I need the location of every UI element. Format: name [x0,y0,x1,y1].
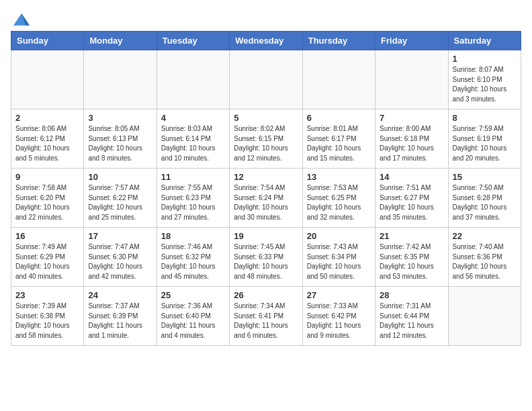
day-info: Sunrise: 7:55 AM Sunset: 6:23 PM Dayligh… [161,183,225,222]
day-number: 7 [380,113,443,123]
day-info: Sunrise: 7:39 AM Sunset: 6:38 PM Dayligh… [15,302,79,340]
calendar-day-cell [302,50,375,109]
weekday-header: Wednesday [230,32,302,50]
day-number: 23 [15,290,79,300]
day-number: 5 [234,113,298,123]
day-info: Sunrise: 8:02 AM Sunset: 6:15 PM Dayligh… [234,124,298,163]
calendar-day-cell: 23Sunrise: 7:39 AM Sunset: 6:38 PM Dayli… [11,287,84,346]
day-info: Sunrise: 8:05 AM Sunset: 6:13 PM Dayligh… [88,124,152,163]
day-info: Sunrise: 7:31 AM Sunset: 6:44 PM Dayligh… [380,302,443,340]
calendar-day-cell: 19Sunrise: 7:45 AM Sunset: 6:33 PM Dayli… [230,228,302,287]
day-info: Sunrise: 8:03 AM Sunset: 6:14 PM Dayligh… [161,124,225,163]
day-info: Sunrise: 7:45 AM Sunset: 6:33 PM Dayligh… [234,242,298,281]
day-info: Sunrise: 7:49 AM Sunset: 6:29 PM Dayligh… [15,242,79,281]
weekday-header: Monday [84,32,157,50]
calendar-table: SundayMondayTuesdayWednesdayThursdayFrid… [11,31,521,346]
day-info: Sunrise: 7:58 AM Sunset: 6:20 PM Dayligh… [15,183,79,222]
calendar-week-row: 2Sunrise: 8:06 AM Sunset: 6:12 PM Daylig… [11,109,521,169]
day-number: 8 [453,113,517,123]
calendar-day-cell [11,50,84,109]
day-info: Sunrise: 7:33 AM Sunset: 6:42 PM Dayligh… [307,302,371,340]
weekday-header: Friday [375,32,448,50]
logo-icon [12,11,31,30]
calendar-day-cell: 18Sunrise: 7:46 AM Sunset: 6:32 PM Dayli… [157,228,229,287]
day-info: Sunrise: 7:34 AM Sunset: 6:41 PM Dayligh… [234,302,298,340]
day-number: 13 [307,172,371,182]
day-info: Sunrise: 7:47 AM Sunset: 6:30 PM Dayligh… [88,242,152,281]
weekday-header: Thursday [302,32,375,50]
calendar-day-cell [448,287,521,346]
calendar-day-cell: 14Sunrise: 7:51 AM Sunset: 6:27 PM Dayli… [375,169,448,228]
calendar-day-cell: 16Sunrise: 7:49 AM Sunset: 6:29 PM Dayli… [11,228,84,287]
day-number: 14 [380,172,443,182]
calendar-day-cell: 6Sunrise: 8:01 AM Sunset: 6:17 PM Daylig… [302,109,375,169]
day-number: 17 [88,231,152,241]
day-number: 24 [88,290,152,300]
day-info: Sunrise: 7:46 AM Sunset: 6:32 PM Dayligh… [161,242,225,281]
calendar-day-cell: 2Sunrise: 8:06 AM Sunset: 6:12 PM Daylig… [11,109,84,169]
day-number: 28 [380,290,443,300]
day-number: 15 [453,172,517,182]
day-info: Sunrise: 7:37 AM Sunset: 6:39 PM Dayligh… [88,302,152,340]
day-number: 20 [307,231,371,241]
day-number: 6 [307,113,371,123]
calendar-day-cell [157,50,229,109]
day-number: 16 [15,231,79,241]
day-info: Sunrise: 7:53 AM Sunset: 6:25 PM Dayligh… [307,183,371,222]
calendar-week-row: 9Sunrise: 7:58 AM Sunset: 6:20 PM Daylig… [11,169,521,228]
calendar-day-cell: 12Sunrise: 7:54 AM Sunset: 6:24 PM Dayli… [230,169,302,228]
calendar-day-cell [375,50,448,109]
calendar-week-row: 1Sunrise: 8:07 AM Sunset: 6:10 PM Daylig… [11,50,521,109]
day-number: 25 [161,290,225,300]
calendar-day-cell: 5Sunrise: 8:02 AM Sunset: 6:15 PM Daylig… [230,109,302,169]
calendar-day-cell: 28Sunrise: 7:31 AM Sunset: 6:44 PM Dayli… [375,287,448,346]
calendar-day-cell: 11Sunrise: 7:55 AM Sunset: 6:23 PM Dayli… [157,169,229,228]
calendar-day-cell: 26Sunrise: 7:34 AM Sunset: 6:41 PM Dayli… [230,287,302,346]
day-number: 4 [161,113,225,123]
calendar-day-cell: 25Sunrise: 7:36 AM Sunset: 6:40 PM Dayli… [157,287,229,346]
page-header [11,11,521,26]
logo [11,11,31,26]
calendar-day-cell: 7Sunrise: 8:00 AM Sunset: 6:18 PM Daylig… [375,109,448,169]
calendar-day-cell: 24Sunrise: 7:37 AM Sunset: 6:39 PM Dayli… [84,287,157,346]
day-number: 26 [234,290,298,300]
day-info: Sunrise: 7:42 AM Sunset: 6:35 PM Dayligh… [380,242,443,281]
calendar-day-cell: 27Sunrise: 7:33 AM Sunset: 6:42 PM Dayli… [302,287,375,346]
calendar-day-cell: 22Sunrise: 7:40 AM Sunset: 6:36 PM Dayli… [448,228,521,287]
day-number: 11 [161,172,225,182]
calendar-day-cell [230,50,302,109]
day-number: 22 [453,231,517,241]
day-number: 3 [88,113,152,123]
calendar-day-cell: 21Sunrise: 7:42 AM Sunset: 6:35 PM Dayli… [375,228,448,287]
calendar-day-cell: 15Sunrise: 7:50 AM Sunset: 6:28 PM Dayli… [448,169,521,228]
weekday-header: Sunday [11,32,84,50]
day-number: 10 [88,172,152,182]
day-number: 18 [161,231,225,241]
calendar-day-cell: 3Sunrise: 8:05 AM Sunset: 6:13 PM Daylig… [84,109,157,169]
day-info: Sunrise: 7:57 AM Sunset: 6:22 PM Dayligh… [88,183,152,222]
calendar-day-cell: 20Sunrise: 7:43 AM Sunset: 6:34 PM Dayli… [302,228,375,287]
day-info: Sunrise: 7:50 AM Sunset: 6:28 PM Dayligh… [453,183,517,222]
calendar-day-cell: 17Sunrise: 7:47 AM Sunset: 6:30 PM Dayli… [84,228,157,287]
day-info: Sunrise: 8:01 AM Sunset: 6:17 PM Dayligh… [307,124,371,163]
calendar-day-cell: 9Sunrise: 7:58 AM Sunset: 6:20 PM Daylig… [11,169,84,228]
day-info: Sunrise: 8:06 AM Sunset: 6:12 PM Dayligh… [15,124,79,163]
day-number: 1 [453,54,517,64]
calendar-day-cell: 10Sunrise: 7:57 AM Sunset: 6:22 PM Dayli… [84,169,157,228]
calendar-day-cell: 1Sunrise: 8:07 AM Sunset: 6:10 PM Daylig… [448,50,521,109]
day-info: Sunrise: 7:40 AM Sunset: 6:36 PM Dayligh… [453,242,517,281]
calendar-day-cell: 4Sunrise: 8:03 AM Sunset: 6:14 PM Daylig… [157,109,229,169]
day-info: Sunrise: 7:36 AM Sunset: 6:40 PM Dayligh… [161,302,225,340]
calendar-header-row: SundayMondayTuesdayWednesdayThursdayFrid… [11,32,521,50]
day-info: Sunrise: 7:59 AM Sunset: 6:19 PM Dayligh… [453,124,517,163]
calendar-day-cell: 8Sunrise: 7:59 AM Sunset: 6:19 PM Daylig… [448,109,521,169]
day-info: Sunrise: 7:54 AM Sunset: 6:24 PM Dayligh… [234,183,298,222]
day-info: Sunrise: 7:43 AM Sunset: 6:34 PM Dayligh… [307,242,371,281]
day-number: 21 [380,231,443,241]
calendar-day-cell [84,50,157,109]
day-number: 12 [234,172,298,182]
day-info: Sunrise: 8:07 AM Sunset: 6:10 PM Dayligh… [453,65,517,104]
calendar-day-cell: 13Sunrise: 7:53 AM Sunset: 6:25 PM Dayli… [302,169,375,228]
day-number: 9 [15,172,79,182]
calendar-week-row: 23Sunrise: 7:39 AM Sunset: 6:38 PM Dayli… [11,287,521,346]
